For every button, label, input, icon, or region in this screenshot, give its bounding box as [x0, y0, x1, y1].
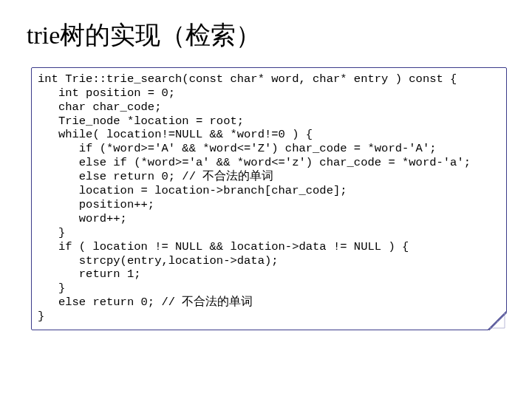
code-line: word++;	[38, 212, 127, 225]
code-line: }	[38, 226, 65, 239]
code-line: else return 0; // 不合法的单词	[38, 170, 273, 183]
page-title: trie树的实现（检索）	[27, 21, 510, 51]
title-cjk: 树的实现（检索）	[60, 21, 261, 49]
code-line: int position = 0;	[38, 86, 175, 100]
code-line: if (*word>='A' && *word<='Z') char_code …	[38, 142, 437, 155]
code-line: if ( location != NULL && location->data …	[38, 240, 409, 253]
title-latin: trie	[27, 21, 60, 49]
code-line: return 1;	[38, 267, 141, 281]
slide: trie树的实现（检索） int Trie::trie_search(const…	[0, 0, 532, 399]
code-box: int Trie::trie_search(const char* word, …	[31, 67, 507, 330]
code-line: strcpy(entry,location->data);	[38, 254, 279, 267]
code-line: while( location!=NULL && *word!=0 ) {	[38, 128, 313, 141]
code-line: char char_code;	[38, 100, 161, 114]
code-line: location = location->branch[char_code];	[38, 184, 347, 197]
code-line: }	[38, 310, 44, 323]
code-line: position++;	[38, 198, 154, 211]
code-block: int Trie::trie_search(const char* word, …	[38, 72, 500, 324]
code-line: else if (*word>='a' && *word<='z') char_…	[38, 156, 471, 169]
code-line: int Trie::trie_search(const char* word, …	[38, 72, 457, 86]
code-line: Trie_node *location = root;	[38, 115, 244, 128]
code-line: }	[38, 282, 65, 295]
code-line: else return 0; // 不合法的单词	[38, 296, 253, 309]
